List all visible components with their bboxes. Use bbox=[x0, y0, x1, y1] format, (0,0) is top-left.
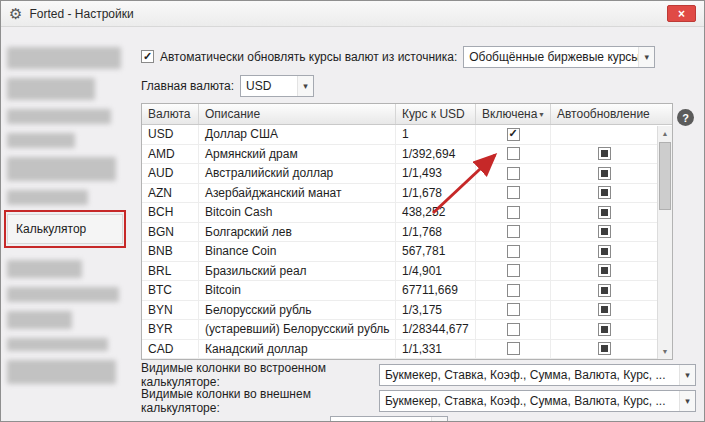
currency-code-cell: AZN bbox=[142, 184, 199, 203]
sidebar-item-blurred[interactable] bbox=[7, 133, 75, 148]
table-row-bnb[interactable]: BNBBinance Coin567,781 bbox=[142, 242, 672, 262]
column-header-label: Включена bbox=[482, 107, 537, 121]
auto-update-label: Автоматически обновлять курсы валют из и… bbox=[160, 50, 457, 64]
currency-enabled-cell bbox=[476, 125, 551, 144]
table-row-byn[interactable]: BYNБелорусский рубль1/3,175 bbox=[142, 301, 672, 321]
enabled-checkbox[interactable] bbox=[507, 264, 520, 277]
autoupdate-checkbox[interactable] bbox=[598, 264, 611, 277]
sidebar-item-blurred[interactable] bbox=[7, 47, 121, 69]
column-header-rate[interactable]: Курс к USD bbox=[396, 104, 476, 124]
currency-rate-cell: 1/4,901 bbox=[396, 262, 476, 281]
currency-code-cell: BTC bbox=[142, 281, 199, 300]
column-header-autoupdate[interactable]: Автообновление bbox=[551, 104, 672, 124]
sidebar-item-blurred[interactable] bbox=[7, 360, 116, 384]
currency-code-cell: BYN bbox=[142, 301, 199, 320]
builtin-columns-label: Видимые колонки во встроенном калькулято… bbox=[141, 361, 379, 389]
table-row-btc[interactable]: BTCBitcoin67711,669 bbox=[142, 281, 672, 301]
enabled-checkbox[interactable] bbox=[507, 225, 520, 238]
currency-description-cell: Доллар США bbox=[199, 125, 396, 144]
scroll-up-icon[interactable]: ▲ bbox=[658, 126, 672, 141]
autoupdate-checkbox[interactable] bbox=[598, 147, 611, 160]
close-icon: × bbox=[678, 8, 685, 20]
sidebar-item-blurred[interactable] bbox=[7, 287, 119, 302]
builtin-columns-combobox[interactable]: Букмекер, Ставка, Коэф., Сумма, Валюта, … bbox=[379, 364, 696, 386]
enabled-checkbox[interactable] bbox=[507, 147, 520, 160]
table-row-usd[interactable]: USDДоллар США1 bbox=[142, 125, 672, 145]
scrollbar-thumb[interactable] bbox=[659, 142, 671, 210]
enabled-checkbox[interactable] bbox=[507, 342, 520, 355]
font-size-row: Размер шрифта в калькуляторе: стандартны… bbox=[141, 416, 696, 422]
enabled-checkbox[interactable] bbox=[507, 245, 520, 258]
auto-update-checkbox[interactable] bbox=[141, 50, 154, 63]
column-header-enabled[interactable]: Включена ▼ bbox=[476, 104, 551, 124]
sidebar-item-blurred[interactable] bbox=[7, 190, 88, 205]
currency-autoupdate-cell bbox=[551, 320, 672, 339]
main-currency-combobox[interactable]: USD ▾ bbox=[240, 75, 314, 97]
autoupdate-checkbox[interactable] bbox=[598, 186, 611, 199]
table-row-azn[interactable]: AZNАзербайджанский манат1/1,678 bbox=[142, 184, 672, 204]
sidebar-item-calculator[interactable]: Калькулятор bbox=[7, 214, 123, 244]
enabled-checkbox[interactable] bbox=[507, 167, 520, 180]
autoupdate-checkbox[interactable] bbox=[598, 206, 611, 219]
currency-rate-cell: 1 bbox=[396, 125, 476, 144]
table-scrollbar[interactable]: ▲ ▼ bbox=[657, 126, 672, 359]
autoupdate-checkbox[interactable] bbox=[598, 342, 611, 355]
table-row-aud[interactable]: AUDАвстралийский доллар1/1,493 bbox=[142, 164, 672, 184]
external-columns-label: Видимые колонки во внешнем калькуляторе: bbox=[141, 387, 379, 415]
currency-enabled-cell bbox=[476, 223, 551, 242]
currency-description-cell: Азербайджанский манат bbox=[199, 184, 396, 203]
scroll-down-icon[interactable]: ▼ bbox=[658, 344, 672, 359]
column-header-description[interactable]: Описание bbox=[199, 104, 396, 124]
table-row-cad[interactable]: CADКанадский доллар1/1,331 bbox=[142, 340, 672, 360]
currency-rate-cell: 67711,669 bbox=[396, 281, 476, 300]
enabled-checkbox[interactable] bbox=[507, 128, 520, 141]
currency-enabled-cell bbox=[476, 242, 551, 261]
currency-rate-cell: 1/1,768 bbox=[396, 223, 476, 242]
autoupdate-checkbox[interactable] bbox=[598, 167, 611, 180]
chevron-down-icon: ▾ bbox=[431, 417, 447, 422]
autoupdate-checkbox[interactable] bbox=[598, 303, 611, 316]
table-row-bgn[interactable]: BGNБолгарский лев1/1,768 bbox=[142, 223, 672, 243]
external-columns-combobox[interactable]: Букмекер, Ставка, Коэф., Сумма, Валюта, … bbox=[379, 390, 696, 412]
table-row-byr[interactable]: BYR(устаревший) Белорусский рубль1/28344… bbox=[142, 320, 672, 340]
currency-autoupdate-cell bbox=[551, 281, 672, 300]
sidebar-item-blurred[interactable] bbox=[7, 338, 108, 351]
filter-dropdown-icon[interactable]: ▼ bbox=[538, 111, 545, 118]
autoupdate-checkbox[interactable] bbox=[598, 225, 611, 238]
currency-enabled-cell bbox=[476, 340, 551, 359]
sidebar-item-blurred[interactable] bbox=[7, 157, 116, 181]
table-row-amd[interactable]: AMDАрмянский драм1/392,694 bbox=[142, 145, 672, 165]
enabled-checkbox[interactable] bbox=[507, 323, 520, 336]
font-size-combobox[interactable]: стандартный ▾ bbox=[330, 416, 448, 422]
currency-enabled-cell bbox=[476, 203, 551, 222]
settings-window: ⚙ Forted - Настройки × Калькулятор Автом… bbox=[0, 0, 705, 422]
sidebar-item-blurred[interactable] bbox=[7, 260, 82, 278]
currency-autoupdate-cell bbox=[551, 184, 672, 203]
help-icon[interactable]: ? bbox=[677, 109, 694, 126]
font-size-value: стандартный bbox=[331, 417, 431, 422]
column-header-currency[interactable]: Валюта bbox=[142, 104, 199, 124]
rates-source-combobox[interactable]: Обобщённые биржевые курсы ▾ bbox=[463, 46, 655, 68]
currency-code-cell: AMD bbox=[142, 145, 199, 164]
gear-icon: ⚙ bbox=[9, 6, 22, 21]
sidebar-item-blurred[interactable] bbox=[7, 311, 72, 329]
enabled-checkbox[interactable] bbox=[507, 186, 520, 199]
sidebar-item-blurred[interactable] bbox=[7, 78, 95, 100]
main-currency-value: USD bbox=[241, 76, 297, 96]
sidebar-item-blurred[interactable] bbox=[7, 109, 111, 124]
enabled-checkbox[interactable] bbox=[507, 303, 520, 316]
autoupdate-checkbox[interactable] bbox=[598, 284, 611, 297]
enabled-checkbox[interactable] bbox=[507, 206, 520, 219]
close-button[interactable]: × bbox=[667, 5, 696, 22]
currency-table-body: USDДоллар США1AMDАрмянский драм1/392,694… bbox=[142, 125, 672, 359]
chevron-down-icon: ▾ bbox=[679, 391, 695, 411]
autoupdate-checkbox[interactable] bbox=[598, 245, 611, 258]
currency-code-cell: AUD bbox=[142, 164, 199, 183]
table-row-bch[interactable]: BCHBitcoin Cash438,252 bbox=[142, 203, 672, 223]
autoupdate-checkbox[interactable] bbox=[598, 323, 611, 336]
currency-code-cell: CAD bbox=[142, 340, 199, 359]
table-row-brl[interactable]: BRLБразильский реал1/4,901 bbox=[142, 262, 672, 282]
enabled-checkbox[interactable] bbox=[507, 284, 520, 297]
currency-autoupdate-cell bbox=[551, 203, 672, 222]
chevron-down-icon: ▾ bbox=[297, 76, 313, 96]
